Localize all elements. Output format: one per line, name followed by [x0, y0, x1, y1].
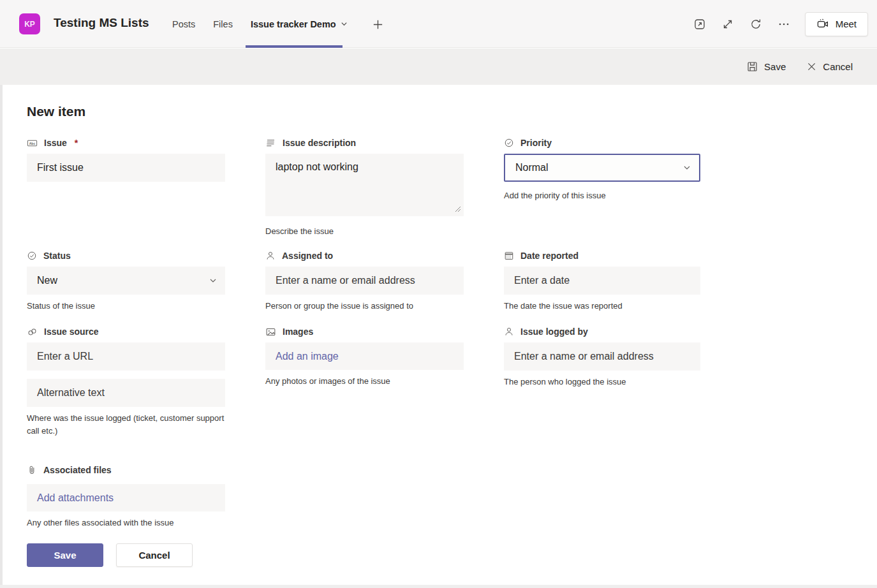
form-buttons: Save Cancel [27, 543, 193, 567]
add-image-link[interactable]: Add an image [276, 351, 339, 362]
attachments-box: Add attachments [27, 484, 225, 511]
channel-header: KP Testing MS Lists Posts Files Issue tr… [0, 0, 877, 48]
status-combobox[interactable]: New [27, 267, 225, 295]
chevron-down-icon [682, 163, 691, 172]
text-field-icon: Abc [27, 138, 38, 149]
field-associated-files: Associated files Add attachments Any oth… [27, 464, 225, 529]
priority-combobox[interactable]: Normal [504, 154, 700, 182]
resize-handle-icon[interactable] [455, 206, 461, 212]
field-date-reported: Date reported The date the issue was rep… [504, 250, 700, 312]
command-bar: Save Cancel [0, 48, 877, 85]
refresh-button[interactable] [749, 17, 763, 31]
team-title: Testing MS Lists [54, 16, 149, 30]
field-label: Issue [44, 138, 67, 148]
field-label: Issue logged by [520, 327, 588, 337]
save-command[interactable]: Save [746, 61, 786, 73]
field-status: Status New Status of the issue [27, 250, 225, 312]
choice-icon [27, 251, 37, 261]
field-helper: The person who logged the issue [504, 376, 700, 388]
save-command-label: Save [764, 61, 786, 72]
field-helper: Person or group the issue is assigned to [265, 300, 464, 312]
field-helper: Add the priority of this issue [504, 189, 700, 202]
chevron-down-icon [209, 276, 217, 285]
field-issue: Abc Issue * [27, 137, 225, 182]
active-tab-underline [246, 45, 343, 48]
save-button[interactable]: Save [27, 543, 103, 567]
field-label: Assigned to [282, 251, 333, 261]
field-assigned-to: Assigned to Person or group the issue is… [265, 250, 464, 312]
field-label: Associated files [43, 465, 112, 475]
teams-window: KP Testing MS Lists Posts Files Issue tr… [0, 0, 877, 588]
issue-source-alt-input[interactable] [27, 379, 225, 407]
page-title: New item [27, 104, 85, 119]
add-attachments-link[interactable]: Add attachments [37, 492, 114, 504]
field-helper: Any photos or images of the issue [265, 375, 464, 388]
meet-button-label: Meet [836, 18, 857, 29]
expand-icon [721, 18, 734, 31]
field-helper: Status of the issue [27, 300, 225, 312]
person-icon [504, 327, 514, 337]
field-issue-source: Issue source Where was the issue logged … [27, 326, 225, 437]
issue-logged-by-input[interactable] [504, 342, 700, 371]
open-in-window-button[interactable] [693, 17, 707, 31]
cancel-command-label: Cancel [823, 61, 853, 72]
paperclip-icon [27, 465, 37, 475]
meet-button[interactable]: Meet [805, 12, 868, 36]
cancel-command[interactable]: Cancel [806, 61, 853, 72]
tab-posts[interactable]: Posts [172, 19, 195, 29]
images-box: Add an image [265, 342, 464, 370]
tab-files[interactable]: Files [213, 19, 233, 29]
field-label: Issue description [283, 138, 356, 148]
header-actions: Meet [693, 0, 868, 48]
choice-icon [504, 138, 514, 148]
popout-icon [693, 18, 706, 31]
refresh-icon [749, 18, 762, 31]
field-label: Priority [520, 138, 552, 148]
team-avatar[interactable]: KP [19, 13, 40, 34]
issue-input[interactable] [27, 154, 225, 182]
svg-text:Abc: Abc [29, 141, 36, 145]
calendar-icon [504, 251, 514, 261]
expand-tab-button[interactable] [721, 17, 735, 31]
issue-source-url-input[interactable] [27, 342, 225, 371]
vertical-scrollbar[interactable] [0, 85, 3, 585]
field-helper: The date the issue was reported [504, 300, 700, 312]
priority-value: Normal [515, 162, 549, 173]
field-label: Date reported [520, 251, 579, 261]
field-label: Status [43, 251, 71, 261]
plus-icon [372, 18, 384, 31]
save-icon [746, 61, 758, 73]
field-label: Issue source [44, 327, 99, 337]
field-images: Images Add an image Any photos or images… [265, 326, 464, 388]
tab-bar: Posts Files Issue tracker Demo [172, 0, 348, 48]
video-camera-icon [816, 17, 830, 31]
status-value: New [37, 275, 57, 286]
field-helper: Where was the issue logged (ticket, cust… [27, 412, 225, 437]
field-issue-logged-by: Issue logged by The person who logged th… [504, 326, 700, 388]
ellipsis-icon [778, 18, 790, 31]
image-icon [265, 327, 276, 337]
multiline-text-icon [265, 138, 276, 149]
chevron-down-icon[interactable] [341, 20, 348, 27]
field-label: Images [283, 327, 313, 337]
more-options-button[interactable] [777, 17, 791, 31]
link-icon [27, 327, 38, 337]
field-helper: Describe the issue [265, 225, 464, 238]
add-tab-button[interactable] [371, 17, 385, 31]
tab-issue-tracker-demo[interactable]: Issue tracker Demo [251, 19, 348, 29]
horizontal-scrollbar[interactable] [0, 585, 877, 588]
field-helper: Any other files associated with the issu… [27, 517, 225, 529]
field-issue-description: Issue description laptop not working Des… [265, 137, 464, 238]
issue-description-textarea[interactable]: laptop not working [265, 154, 464, 216]
field-priority: Priority Normal Add the priority of this… [504, 137, 700, 202]
date-reported-input[interactable] [504, 267, 700, 295]
assigned-to-input[interactable] [265, 267, 464, 295]
cancel-button[interactable]: Cancel [116, 543, 193, 567]
person-icon [265, 251, 276, 261]
close-icon [806, 61, 817, 72]
required-asterisk: * [75, 138, 78, 148]
